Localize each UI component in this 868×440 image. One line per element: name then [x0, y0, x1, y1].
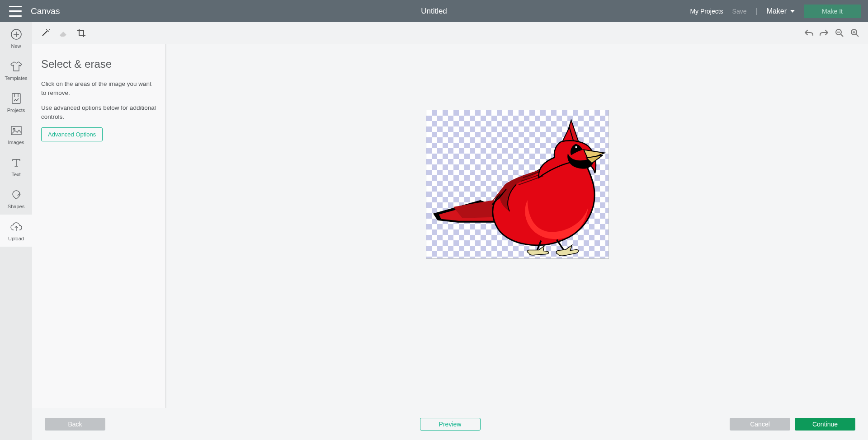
panel-heading: Select & erase	[41, 58, 156, 70]
svg-line-15	[841, 34, 843, 37]
svg-line-18	[856, 34, 859, 37]
sidebar-item-images[interactable]: Images	[0, 118, 32, 150]
sidebar-item-shapes[interactable]: Shapes	[0, 183, 32, 215]
make-it-button: Make It	[804, 5, 861, 18]
image-icon	[10, 124, 23, 137]
machine-selector[interactable]: Maker	[767, 7, 795, 15]
zoom-in-icon[interactable]	[850, 28, 860, 38]
sidebar-item-label: Upload	[8, 236, 24, 241]
sidebar-item-new[interactable]: New	[0, 22, 32, 54]
sidebar-item-label: Shapes	[8, 204, 24, 209]
sidebar-item-label: Templates	[5, 75, 27, 81]
topbar-divider: |	[755, 7, 757, 15]
my-projects-link[interactable]: My Projects	[690, 8, 723, 15]
back-button[interactable]: Back	[45, 418, 105, 431]
left-sidebar: New Templates Projects Images Text Shape…	[0, 22, 32, 440]
panel-instruction-2: Use advanced options below for additiona…	[41, 103, 156, 121]
svg-point-7	[13, 128, 15, 130]
image-frame[interactable]	[426, 110, 609, 259]
upload-cloud-icon	[10, 220, 23, 233]
svg-point-12	[46, 29, 47, 30]
preview-button[interactable]: Preview	[420, 418, 481, 431]
shapes-icon	[10, 188, 23, 201]
sidebar-item-label: Images	[8, 140, 24, 145]
menu-icon[interactable]	[9, 6, 22, 17]
svg-point-22	[575, 146, 577, 148]
sidebar-item-upload[interactable]: Upload	[0, 215, 32, 247]
advanced-options-button[interactable]: Advanced Options	[41, 127, 103, 141]
eraser-icon	[58, 28, 68, 38]
redo-icon[interactable]	[819, 28, 829, 38]
sidebar-item-label: Projects	[7, 108, 25, 113]
plus-circle-icon	[10, 28, 23, 41]
text-icon	[10, 156, 23, 169]
svg-point-13	[49, 29, 50, 30]
crop-icon[interactable]	[76, 28, 86, 38]
tool-row	[32, 22, 868, 44]
zoom-out-icon[interactable]	[835, 28, 844, 38]
sidebar-item-text[interactable]: Text	[0, 150, 32, 183]
top-bar: Canvas Untitled My Projects Save | Maker…	[0, 0, 868, 22]
chevron-down-icon	[790, 10, 795, 13]
sidebar-item-projects[interactable]: Projects	[0, 86, 32, 118]
cancel-button[interactable]: Cancel	[730, 418, 790, 431]
side-panel: Select & erase Click on the areas of the…	[32, 44, 166, 408]
sidebar-item-label: Text	[11, 172, 20, 177]
shirt-icon	[10, 60, 23, 73]
magic-wand-icon[interactable]	[40, 28, 50, 38]
save-button: Save	[732, 8, 747, 15]
panel-instruction-1: Click on the areas of the image you want…	[41, 80, 156, 97]
footer-bar: Back Preview Cancel Continue	[32, 408, 868, 440]
app-title: Canvas	[31, 6, 60, 16]
continue-button[interactable]: Continue	[795, 418, 855, 431]
canvas-area[interactable]	[166, 44, 868, 408]
undo-icon[interactable]	[804, 28, 814, 38]
svg-rect-6	[11, 126, 21, 135]
machine-selector-label: Maker	[767, 7, 787, 15]
sidebar-item-label: New	[11, 43, 21, 49]
svg-point-10	[47, 30, 48, 31]
cardinal-bird-image	[426, 110, 609, 258]
projects-icon	[10, 92, 23, 105]
svg-rect-3	[12, 94, 20, 103]
sidebar-item-templates[interactable]: Templates	[0, 54, 32, 86]
svg-point-21	[574, 145, 580, 151]
svg-line-9	[42, 31, 47, 36]
svg-point-11	[48, 31, 49, 32]
